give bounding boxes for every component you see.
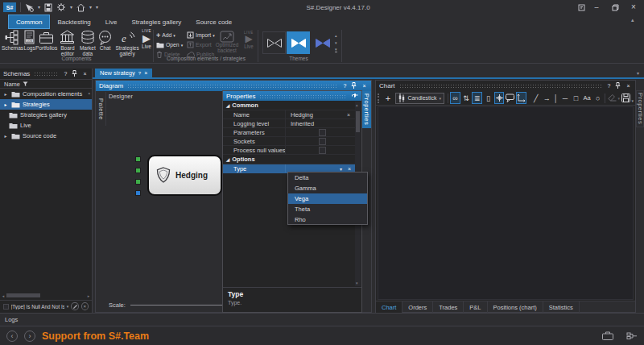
status-back-icon[interactable]: ‹	[6, 330, 18, 342]
type-dropdown-icon[interactable]: ▾	[340, 166, 342, 172]
settings-dropdown-icon[interactable]: ▾	[70, 5, 72, 10]
status-portfolio-icon[interactable]	[602, 331, 613, 340]
draw-line-icon[interactable]: ╱	[530, 92, 541, 104]
themes-expand-icon[interactable]: ▾	[335, 47, 337, 52]
process-null-expand-box[interactable]	[319, 147, 326, 154]
crosshair-icon[interactable]	[494, 92, 505, 104]
live-button[interactable]: LIVE ▶ Live	[142, 30, 151, 49]
clear-value-icon[interactable]: ×	[347, 112, 350, 118]
chart-plot-area[interactable]	[378, 106, 634, 300]
eraser-dropdown-icon[interactable]: ▾	[617, 96, 620, 101]
toolbar-drag-handle[interactable]	[378, 94, 381, 103]
chart-tab-orders[interactable]: Orders	[402, 301, 433, 313]
ribbon-collapse-icon[interactable]: ▴	[631, 17, 634, 23]
draw-hline-icon[interactable]: ─	[560, 92, 571, 104]
socket-input-4[interactable]	[135, 190, 141, 196]
chart-tab-chart[interactable]: Chart	[376, 301, 402, 313]
schemas-pin-icon[interactable]	[72, 70, 79, 77]
series-type-select[interactable]: Candlestick ▾	[395, 93, 444, 104]
socket-input-2[interactable]	[135, 168, 141, 173]
draw-rect-icon[interactable]: □	[571, 92, 581, 104]
status-connection-icon[interactable]	[626, 331, 638, 340]
dropdown-option-delta[interactable]: Delta	[288, 172, 367, 183]
bind-security-icon[interactable]: ∞	[450, 92, 460, 104]
property-row-name[interactable]: Name Hedging×	[223, 110, 355, 119]
dropdown-option-theta[interactable]: Theta	[288, 204, 367, 214]
props-scroll-thumb[interactable]	[356, 111, 360, 132]
status-forward-icon[interactable]: ›	[24, 330, 35, 342]
draw-vline-icon[interactable]: │	[553, 92, 559, 104]
schemas-panel-header[interactable]: Schemas ? ×	[0, 69, 92, 79]
socket-input-1[interactable]	[135, 156, 141, 162]
chart-close-icon[interactable]: ×	[625, 83, 632, 89]
document-help-icon[interactable]: ?	[138, 71, 141, 76]
axes-icon[interactable]	[516, 92, 526, 104]
save-icon[interactable]	[44, 3, 52, 12]
document-tab-new-strategy[interactable]: New strategy ? ×	[95, 69, 152, 77]
import-button[interactable]: Import▾	[187, 31, 215, 39]
tree-item-strategies-gallery[interactable]: Strategies gallery	[0, 110, 92, 120]
ribbon-tab-strategies-gallery[interactable]: Strategies gallery	[125, 15, 189, 29]
category-common[interactable]: ◢Common	[223, 101, 355, 110]
dropdown-option-vega[interactable]: Vega	[288, 193, 367, 204]
status-message[interactable]: Support from S#.Team	[42, 330, 149, 342]
type-clear-icon[interactable]: ×	[348, 166, 351, 172]
schemas-help-icon[interactable]: ?	[62, 71, 69, 77]
properties-panel-header[interactable]: Properties	[223, 91, 361, 101]
connect-icon[interactable]	[25, 3, 34, 12]
property-row-logging-level[interactable]: Logging level Inherited	[223, 119, 355, 128]
filter-expression[interactable]: [Type] Is Null And Not Is...	[11, 304, 64, 310]
category-expander-icon[interactable]: ◢	[226, 103, 229, 108]
scroll-thumb[interactable]	[6, 293, 40, 297]
sockets-expand-box[interactable]	[319, 138, 326, 145]
save-chart-icon[interactable]	[621, 92, 631, 104]
themes-scroll-up-icon[interactable]: ▴	[335, 33, 337, 38]
eraser-icon[interactable]	[607, 92, 617, 104]
add-button[interactable]: +Add▾	[156, 31, 175, 39]
feedback-icon[interactable]	[578, 4, 585, 11]
diagram-close-icon[interactable]: ×	[361, 83, 368, 89]
chat-button[interactable]: Chat	[97, 30, 113, 51]
theme-violet-button[interactable]	[311, 31, 334, 54]
logs-panel[interactable]: Logs	[0, 313, 644, 326]
theme-dark-button[interactable]	[262, 31, 286, 54]
properties-pin-icon[interactable]	[351, 94, 358, 99]
chart-tab-trades[interactable]: Trades	[433, 301, 464, 313]
filter-funnel-icon[interactable]	[23, 81, 28, 87]
settings-gear-icon[interactable]	[56, 2, 66, 12]
filter-edit-icon[interactable]	[71, 302, 78, 310]
props-scroll-down-icon[interactable]: ▾	[356, 281, 358, 285]
chart-panel-header[interactable]: Chart ? ×	[376, 81, 635, 91]
draw-arrow-icon[interactable]: →	[542, 92, 552, 104]
filter-clear-icon[interactable]: ×	[81, 302, 89, 310]
open-button[interactable]: Open▾	[156, 40, 183, 49]
draw-text-icon[interactable]: Aa	[582, 92, 592, 104]
schemas-button[interactable]: Schemas	[2, 30, 23, 51]
diagram-block-hedging[interactable]: Hedging	[147, 155, 222, 196]
palette-tab[interactable]: Palette	[96, 92, 106, 126]
ribbon-tab-backtesting[interactable]: Backtesting	[50, 15, 97, 29]
portfolios-button[interactable]: Portfolios	[35, 30, 57, 51]
minimize-button[interactable]: –	[589, 4, 604, 11]
window-list-icon[interactable]: ▾	[637, 70, 639, 76]
restore-button[interactable]	[608, 4, 622, 11]
annotation-icon[interactable]	[505, 92, 515, 104]
legend-icon[interactable]: ≣	[472, 92, 482, 104]
chart-help-icon[interactable]: ?	[605, 83, 613, 89]
property-row-process-null-values[interactable]: Process null values	[223, 146, 355, 155]
tree-item-source-code[interactable]: ▸ Source code	[0, 131, 92, 141]
chart-pin-icon[interactable]	[615, 82, 622, 89]
schemas-close-icon[interactable]: ×	[81, 71, 89, 77]
qat-customize-icon[interactable]: ▾	[96, 5, 98, 10]
category-expander-icon[interactable]: ◢	[226, 157, 229, 162]
ribbon-tab-source-code[interactable]: Source code	[188, 15, 239, 29]
board-editor-button[interactable]: Board editor	[57, 30, 77, 56]
strategies-gallery-button[interactable]: e Strategies gallery	[113, 30, 142, 56]
close-window-button[interactable]: ×	[626, 3, 641, 11]
themes-scroll-down-icon[interactable]: ▾	[335, 40, 337, 45]
connect-dropdown-icon[interactable]: ▾	[38, 5, 40, 10]
tree-h-scrollbar[interactable]: ◂ ▸	[0, 292, 92, 299]
scroll-left-icon[interactable]: ◂	[0, 293, 6, 298]
export-button[interactable]: Export	[187, 40, 212, 49]
auto-range-icon[interactable]: ⇅	[461, 92, 472, 104]
